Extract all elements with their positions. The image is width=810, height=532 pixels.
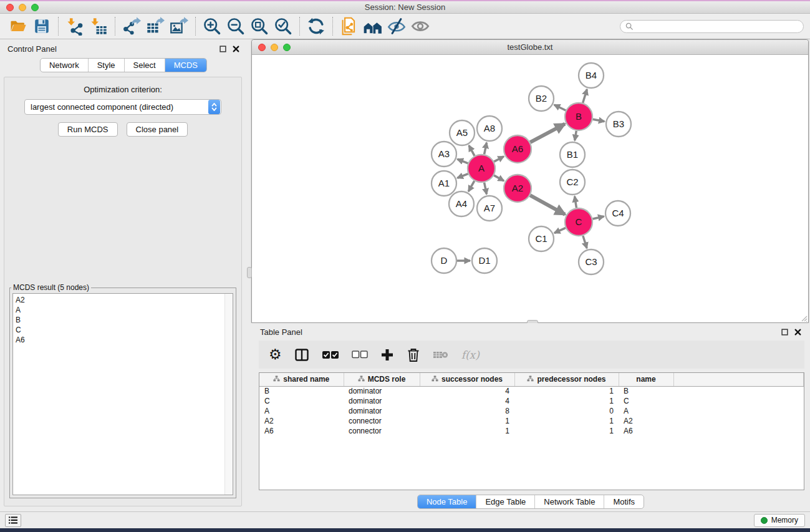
zoom-in-button[interactable] bbox=[200, 15, 224, 37]
export-image-button[interactable] bbox=[167, 15, 191, 37]
show-all-button[interactable] bbox=[408, 15, 432, 37]
graph-edge-A-A1[interactable] bbox=[457, 174, 468, 178]
refresh-icon bbox=[307, 17, 325, 36]
graph-edge-B-B2[interactable] bbox=[554, 105, 566, 110]
graph-edge-A6-B[interactable] bbox=[530, 124, 565, 143]
application-window: Session: New Session bbox=[0, 0, 810, 532]
show-column-button[interactable] bbox=[294, 347, 309, 362]
tab-network-table[interactable]: Network Table bbox=[534, 495, 604, 508]
graph-edge-C-C1[interactable] bbox=[554, 228, 566, 233]
graph-edge-C-C4[interactable] bbox=[592, 216, 604, 219]
graph-edge-A-A6[interactable] bbox=[494, 157, 504, 162]
tab-mcds[interactable]: MCDS bbox=[165, 59, 206, 72]
column-header-shared-name[interactable]: shared name bbox=[259, 373, 344, 386]
criterion-select[interactable]: largest connected component (directed) bbox=[24, 99, 221, 115]
settings-gear-button[interactable]: ⚙ bbox=[269, 347, 282, 362]
mcds-result-item[interactable]: C bbox=[16, 325, 233, 335]
table-row[interactable]: Adominator80A bbox=[259, 406, 804, 416]
graph-edge-B-B4[interactable] bbox=[583, 89, 587, 103]
column-header-predecessor-nodes[interactable]: predecessor nodes bbox=[514, 373, 619, 386]
mcds-result-item[interactable]: A bbox=[16, 305, 233, 315]
graph-node-label-B1: B1 bbox=[567, 149, 578, 160]
graph-node-label-D1: D1 bbox=[478, 255, 490, 266]
optimization-criterion-label: Optimization criterion: bbox=[4, 85, 241, 94]
vertical-split-handle[interactable] bbox=[247, 267, 252, 278]
graph-edge-A-A7[interactable] bbox=[485, 183, 487, 195]
minimize-window-button[interactable] bbox=[19, 4, 26, 11]
search-input[interactable] bbox=[634, 22, 798, 31]
graph-node-label-A8: A8 bbox=[484, 123, 495, 133]
import-table-button[interactable] bbox=[87, 15, 110, 37]
save-session-button[interactable] bbox=[30, 15, 54, 37]
search-box[interactable] bbox=[620, 20, 804, 33]
resize-grip-icon[interactable] bbox=[800, 314, 808, 322]
graph-edge-C-C2[interactable] bbox=[575, 196, 577, 208]
close-window-button[interactable] bbox=[6, 4, 14, 11]
deselect-all-button[interactable] bbox=[352, 351, 368, 359]
mcds-result-list[interactable]: A2ABCA6 bbox=[12, 293, 233, 495]
table-row[interactable]: A2connector11A2 bbox=[259, 416, 804, 426]
graph-edge-C-C3[interactable] bbox=[583, 236, 587, 248]
tab-motifs[interactable]: Motifs bbox=[604, 495, 644, 508]
function-builder-button[interactable]: f(x) bbox=[461, 349, 480, 361]
graph-edge-A-A5[interactable] bbox=[469, 145, 475, 156]
table-row[interactable]: Cdominator41C bbox=[259, 396, 804, 406]
maximize-network-window-button[interactable] bbox=[283, 44, 291, 51]
tab-node-table[interactable]: Node Table bbox=[418, 495, 476, 508]
tab-network[interactable]: Network bbox=[41, 59, 88, 72]
graph-edge-B-B1[interactable] bbox=[575, 131, 577, 141]
home-button[interactable] bbox=[361, 15, 385, 37]
graph-edge-A-A8[interactable] bbox=[485, 143, 487, 155]
float-panel-icon[interactable] bbox=[219, 46, 226, 52]
graph-edge-B-B3[interactable] bbox=[593, 119, 605, 122]
mcds-result-item[interactable]: A2 bbox=[16, 295, 233, 305]
table-row[interactable]: Bdominator41B bbox=[259, 386, 804, 396]
scrollbar-track[interactable] bbox=[224, 294, 233, 495]
close-panel-button[interactable]: Close panel bbox=[127, 122, 188, 137]
eye-icon bbox=[411, 17, 430, 36]
graph-edge-A-A3[interactable] bbox=[457, 159, 468, 163]
refresh-button[interactable] bbox=[304, 15, 328, 37]
delete-table-button[interactable] bbox=[433, 349, 449, 360]
table-row[interactable]: A6connector11A6 bbox=[259, 426, 804, 436]
close-network-window-button[interactable] bbox=[258, 44, 266, 51]
memory-button[interactable]: Memory bbox=[754, 514, 805, 527]
node-table[interactable]: shared nameMCDS rolesuccessor nodesprede… bbox=[259, 372, 804, 490]
new-network-from-selection-button[interactable] bbox=[337, 15, 361, 37]
tab-edge-table[interactable]: Edge Table bbox=[476, 495, 534, 508]
column-header-MCDS-role[interactable]: MCDS role bbox=[344, 373, 420, 386]
table-cell: A bbox=[259, 406, 344, 416]
select-all-button[interactable] bbox=[322, 351, 339, 359]
zoom-in-icon bbox=[203, 17, 221, 36]
tab-style[interactable]: Style bbox=[88, 59, 124, 72]
close-panel-icon[interactable] bbox=[233, 46, 239, 52]
column-header-name[interactable]: name bbox=[619, 373, 673, 386]
table-cell-filler bbox=[673, 396, 804, 406]
graph-edge-A2-C[interactable] bbox=[530, 195, 565, 215]
network-window-titlebar[interactable]: testGlobe.txt bbox=[252, 40, 808, 55]
float-panel-icon[interactable] bbox=[781, 329, 788, 336]
zoom-fit-button[interactable] bbox=[248, 15, 271, 37]
close-panel-icon[interactable] bbox=[794, 329, 801, 336]
mcds-result-item[interactable]: B bbox=[16, 315, 233, 325]
zoom-selected-button[interactable] bbox=[271, 15, 295, 37]
zoom-out-button[interactable] bbox=[224, 15, 248, 37]
import-network-button[interactable] bbox=[63, 15, 87, 37]
add-row-button[interactable] bbox=[380, 348, 394, 362]
open-session-button[interactable] bbox=[6, 15, 30, 37]
minimize-network-window-button[interactable] bbox=[271, 44, 278, 51]
run-mcds-button[interactable]: Run MCDS bbox=[58, 122, 118, 137]
tab-select[interactable]: Select bbox=[124, 59, 165, 72]
column-header-successor-nodes[interactable]: successor nodes bbox=[420, 373, 514, 386]
maximize-window-button[interactable] bbox=[31, 4, 39, 11]
network-canvas[interactable]: B4B2BB3A5A8A6A3B1AA1C2A2A4A7C4CC1C3DD1 bbox=[252, 55, 808, 322]
graph-edge-A-A4[interactable] bbox=[468, 181, 474, 191]
hide-selected-button[interactable] bbox=[385, 15, 408, 37]
export-network-button[interactable] bbox=[120, 15, 143, 37]
mcds-result-item[interactable]: A6 bbox=[16, 335, 233, 345]
export-table-button[interactable] bbox=[143, 15, 167, 37]
graph-node-label-A: A bbox=[478, 163, 485, 173]
show-panels-button[interactable] bbox=[5, 514, 21, 527]
delete-row-button[interactable] bbox=[407, 347, 420, 362]
graph-edge-A-A2[interactable] bbox=[494, 175, 504, 181]
